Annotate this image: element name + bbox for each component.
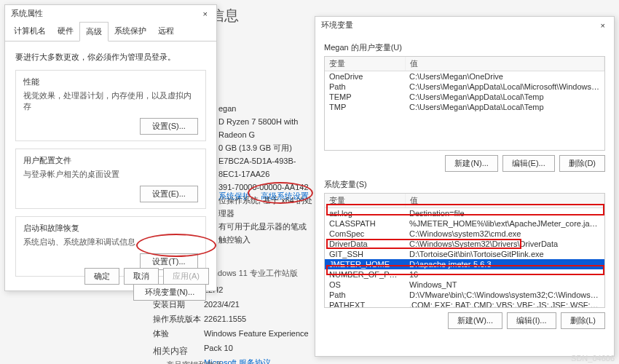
var-value: D:\apache-jmeter-5.6.3 (405, 259, 604, 269)
lbl-build: 操作系统版本 (153, 312, 204, 326)
col-val[interactable]: 值 (405, 57, 604, 71)
system-properties-dialog: 系统属性 × 计算机名 硬件 高级 系统保护 远程 要进行大多数更改，你必须作为… (4, 4, 217, 291)
table-row[interactable]: GIT_SSHD:\TortoiseGit\bin\TortoiseGitPli… (325, 249, 604, 259)
var-value: C:\Users\Megan\AppData\Local\Microsoft\W… (405, 82, 604, 92)
sys-delete-button[interactable]: 删除(L) (561, 312, 605, 329)
cancel-button[interactable]: 取消 (124, 268, 159, 285)
var-value: D:\TortoiseGit\bin\TortoiseGitPlink.exe (405, 249, 604, 259)
sysprops-title: 系统属性 (11, 8, 43, 19)
env-title: 环境变量 (321, 20, 353, 31)
sys-vars-label: 系统变量(S) (324, 179, 605, 190)
var-value: C:\Users\Megan\AppData\Local\Temp (405, 92, 604, 102)
var-name: JMETER_HOME (325, 259, 405, 269)
col-val[interactable]: 值 (405, 194, 604, 208)
boot-title: 启动和故障恢复 (23, 223, 198, 234)
touch-frag: 有可用于此显示器的笔或触控输入 (218, 220, 313, 246)
var-value: C:\Windows\system32\cmd.exe (405, 229, 604, 239)
val-build: 22621.1555 (204, 312, 320, 326)
var-value: C:\Users\Megan\OneDrive (405, 71, 604, 82)
link-system-protect[interactable]: 系统保护 (218, 191, 251, 202)
table-row[interactable]: PathD:\VMware\bin\;C:\Windows\system32;C… (325, 290, 604, 300)
ram-frag: 0 GB (13.9 GB 可用) (218, 141, 313, 154)
val-version: 22H2 (204, 282, 320, 297)
var-name: DriverData (325, 239, 405, 249)
var-name: ComSpec (325, 229, 405, 239)
ok-button[interactable]: 确定 (84, 268, 119, 285)
var-value: Destination=file (405, 208, 604, 219)
close-icon[interactable]: × (598, 21, 608, 30)
table-row[interactable]: DriverDataC:\Windows\System32\Drivers\Dr… (325, 239, 604, 249)
table-row[interactable]: JMETER_HOMED:\apache-jmeter-5.6.3 (325, 259, 604, 269)
tab-system-protect[interactable]: 系统保护 (109, 22, 152, 41)
sysinfo-fragment: egan D Ryzen 7 5800H with Radeon G 0 GB … (218, 102, 313, 246)
tab-computer-name[interactable]: 计算机名 (8, 22, 52, 41)
prof-desc: 与登录帐户相关的桌面设置 (23, 169, 198, 180)
devid-frag: E7BC2A-5D1A-493B-8EC1-17AA26 (218, 154, 313, 181)
table-row[interactable]: asl.logDestination=file (325, 208, 604, 219)
tab-hardware[interactable]: 硬件 (52, 22, 79, 41)
sysprops-tabs: 计算机名 硬件 高级 系统保护 远程 (5, 22, 216, 41)
var-name: OS (325, 280, 405, 290)
prof-settings-button[interactable]: 设置(E)... (140, 186, 198, 202)
tab-remote[interactable]: 远程 (152, 22, 180, 41)
lbl-exp: 体验 (153, 326, 204, 341)
table-row[interactable]: PathC:\Users\Megan\AppData\Local\Microso… (325, 82, 604, 92)
sys-vars-table[interactable]: 变量值 asl.logDestination=fileCLASSPATH%JME… (324, 193, 605, 308)
expand-item[interactable]: 产品密钥和激活 (166, 360, 222, 364)
var-name: GIT_SSH (325, 249, 405, 259)
table-row[interactable]: TEMPC:\Users\Megan\AppData\Local\Temp (325, 92, 604, 102)
var-value: C:\Windows\System32\Drivers\DriverData (405, 239, 604, 249)
var-name: asl.log (325, 208, 405, 219)
var-value: Windows_NT (405, 280, 604, 290)
sys-edit-button[interactable]: 编辑(I)... (507, 312, 556, 329)
table-row[interactable]: TMPC:\Users\Megan\AppData\Local\Temp (325, 102, 604, 112)
group-user-profile: 用户配置文件 与登录帐户相关的桌面设置 设置(E)... (15, 149, 206, 209)
user-frag: egan (218, 102, 313, 115)
user-vars-label: Megan 的用户变量(U) (324, 42, 605, 53)
var-name: PATHEXT (325, 300, 405, 308)
perf-title: 性能 (23, 76, 198, 87)
user-edit-button[interactable]: 编辑(E)... (502, 155, 555, 172)
admin-note: 要进行大多数更改，你必须作为管理员登录。 (15, 52, 206, 63)
related-heading: 相关内容 (153, 345, 188, 357)
link-advanced-settings[interactable]: 高级系统设置 (261, 191, 309, 202)
var-name: Path (325, 82, 405, 92)
table-row[interactable]: OSWindows_NT (325, 280, 604, 290)
tab-advanced[interactable]: 高级 (79, 22, 109, 41)
prof-title: 用户配置文件 (23, 155, 198, 166)
table-row[interactable]: CLASSPATH%JMETER_HOME%\lib\ext\ApacheJMe… (325, 218, 604, 229)
table-row[interactable]: OneDriveC:\Users\Megan\OneDrive (325, 71, 604, 82)
var-name: CLASSPATH (325, 218, 405, 229)
apply-button[interactable]: 应用(A) (163, 268, 209, 285)
close-icon[interactable]: × (200, 9, 210, 18)
env-vars-dialog: 环境变量 × Megan 的用户变量(U) 变量值 OneDriveC:\Use… (315, 16, 615, 357)
var-name: OneDrive (325, 71, 405, 82)
var-value: .COM;.EXE;.BAT;.CMD;.VBS;.VBE;.JS;.JSE;.… (405, 300, 604, 308)
var-name: TMP (325, 102, 405, 112)
table-row[interactable]: PATHEXT.COM;.EXE;.BAT;.CMD;.VBS;.VBE;.JS… (325, 300, 604, 308)
var-value: %JMETER_HOME%\lib\ext\ApacheJMeter_core.… (405, 218, 604, 229)
user-new-button[interactable]: 新建(N)... (445, 155, 497, 172)
user-delete-button[interactable]: 删除(D) (559, 155, 605, 172)
perf-desc: 视觉效果，处理器计划，内存使用，以及虚拟内存 (23, 90, 198, 112)
var-name: Path (325, 290, 405, 300)
boot-desc: 系统启动、系统故障和调试信息 (23, 237, 198, 248)
var-value: C:\Users\Megan\AppData\Local\Temp (405, 102, 604, 112)
col-var[interactable]: 变量 (325, 57, 405, 71)
var-name: NUMBER_OF_PROCESSORS (325, 269, 405, 280)
perf-settings-button[interactable]: 设置(S)... (140, 118, 198, 135)
var-value: 16 (405, 269, 604, 280)
table-row[interactable]: NUMBER_OF_PROCESSORS16 (325, 269, 604, 280)
var-name: TEMP (325, 92, 405, 102)
sys-new-button[interactable]: 新建(W)... (448, 312, 502, 329)
col-var[interactable]: 变量 (325, 194, 405, 208)
user-vars-table[interactable]: 变量值 OneDriveC:\Users\Megan\OneDrivePathC… (324, 56, 605, 151)
watermark: SDN_04606 (571, 354, 615, 363)
cpu-frag: D Ryzen 7 5800H with Radeon G (218, 115, 313, 141)
table-row[interactable]: ComSpecC:\Windows\system32\cmd.exe (325, 229, 604, 239)
var-value: D:\VMware\bin\;C:\Windows\system32;C:\Wi… (405, 290, 604, 300)
edition-value: Windows 11 专业工作站版 (204, 268, 298, 279)
env-vars-button[interactable]: 环境变量(N)... (133, 284, 206, 301)
val-exp: Windows Feature Experience Pack 10 (204, 326, 320, 355)
group-performance: 性能 视觉效果，处理器计划，内存使用，以及虚拟内存 设置(S)... (15, 70, 206, 141)
